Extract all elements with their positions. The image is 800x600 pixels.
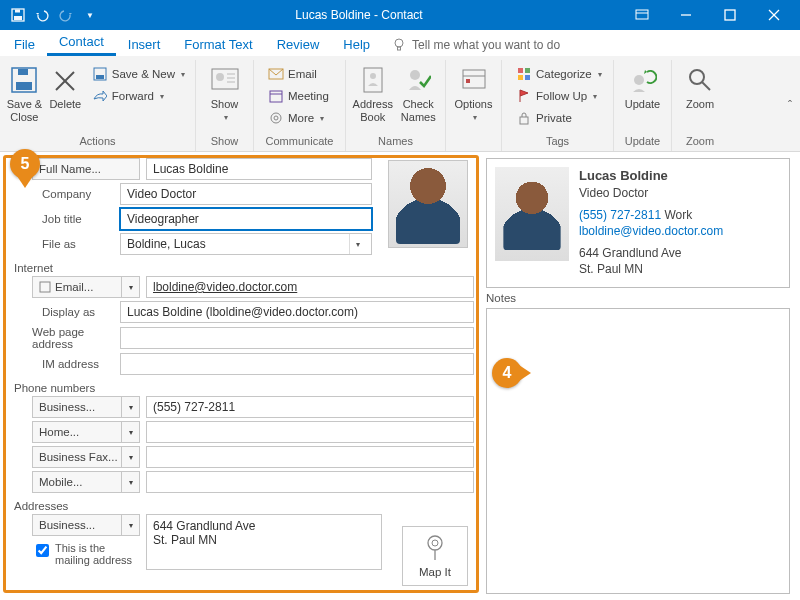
display-as-input[interactable] — [120, 301, 474, 323]
file-as-label: File as — [6, 238, 114, 250]
tab-insert[interactable]: Insert — [116, 32, 173, 56]
svg-point-39 — [634, 75, 644, 85]
contact-form: Full Name... Company Job title File as B… — [0, 152, 480, 600]
phone-home-button[interactable]: Home...▾ — [32, 421, 140, 443]
full-name-input[interactable] — [146, 158, 372, 180]
private-button[interactable]: Private — [512, 108, 606, 128]
svg-rect-2 — [15, 10, 20, 13]
collapse-ribbon-icon[interactable]: ˆ — [780, 60, 800, 151]
company-input[interactable] — [120, 183, 372, 205]
lock-icon — [516, 110, 532, 126]
tab-help[interactable]: Help — [331, 32, 382, 56]
map-it-button[interactable]: Map It — [402, 526, 468, 586]
card-email: lboldine@video.doctor.com — [579, 223, 723, 239]
card-photo — [495, 167, 569, 261]
notes-label: Notes — [486, 292, 790, 304]
address-business-button[interactable]: Business...▾ — [32, 514, 140, 536]
qat-dropdown-icon[interactable]: ▼ — [82, 7, 98, 23]
phone-business-input[interactable] — [146, 396, 474, 418]
svg-point-27 — [274, 116, 278, 120]
svg-point-9 — [395, 39, 403, 47]
tab-file[interactable]: File — [2, 32, 47, 56]
address-book-button[interactable]: Address Book — [352, 62, 394, 123]
update-icon — [627, 64, 659, 96]
address-input[interactable] — [146, 514, 382, 570]
phone-home-input[interactable] — [146, 421, 474, 443]
envelope-icon — [268, 66, 284, 82]
svg-rect-37 — [525, 75, 530, 80]
tab-contact[interactable]: Contact — [47, 29, 116, 56]
ribbon-display-icon[interactable] — [620, 0, 664, 30]
window-title: Lucas Boldine - Contact — [98, 8, 620, 22]
check-names-button[interactable]: Check Names — [398, 62, 440, 123]
tab-format-text[interactable]: Format Text — [172, 32, 264, 56]
email-button[interactable]: Email — [264, 64, 333, 84]
svg-rect-12 — [16, 82, 32, 90]
ribbon: Save & Close Delete Save & New▾ Forward▾… — [0, 56, 800, 152]
more-button[interactable]: More▾ — [264, 108, 333, 128]
phone-bfax-input[interactable] — [146, 446, 474, 468]
svg-rect-28 — [364, 68, 382, 92]
tab-review[interactable]: Review — [265, 32, 332, 56]
meeting-button[interactable]: Meeting — [264, 86, 333, 106]
svg-rect-13 — [18, 69, 28, 75]
contact-photo[interactable] — [388, 160, 468, 248]
delete-button[interactable]: Delete — [47, 62, 84, 111]
svg-rect-24 — [270, 91, 282, 102]
svg-rect-18 — [212, 69, 238, 89]
zoom-button[interactable]: Zoom — [678, 62, 722, 111]
phone-bfax-button[interactable]: Business Fax...▾ — [32, 446, 140, 468]
svg-rect-33 — [466, 79, 470, 83]
save-new-button[interactable]: Save & New▾ — [88, 64, 189, 84]
lightbulb-icon — [392, 38, 406, 52]
email-type-button[interactable]: Email...▾ — [32, 276, 140, 298]
business-card-preview: Lucas Boldine Video Doctor (555) 727-281… — [486, 158, 790, 288]
calendar-icon — [268, 88, 284, 104]
addresses-header: Addresses — [6, 496, 474, 514]
minimize-button[interactable] — [664, 0, 708, 30]
gear-icon — [268, 110, 284, 126]
save-icon[interactable] — [10, 7, 26, 23]
svg-rect-42 — [40, 282, 50, 292]
flag-icon — [516, 88, 532, 104]
svg-point-19 — [216, 73, 224, 81]
svg-line-41 — [702, 82, 710, 90]
show-button[interactable]: Show▾ — [202, 62, 247, 122]
save-close-button[interactable]: Save & Close — [6, 62, 43, 123]
svg-rect-17 — [96, 75, 104, 79]
phone-mobile-input[interactable] — [146, 471, 474, 493]
svg-rect-38 — [520, 117, 528, 124]
card-name: Lucas Boldine — [579, 167, 723, 185]
job-title-input[interactable] — [120, 208, 372, 230]
forward-icon — [92, 88, 108, 104]
forward-button[interactable]: Forward▾ — [88, 86, 189, 106]
options-button[interactable]: Options▾ — [452, 62, 495, 122]
notes-textarea[interactable] — [486, 308, 790, 594]
follow-up-button[interactable]: Follow Up▾ — [512, 86, 606, 106]
card-icon — [209, 64, 241, 96]
svg-rect-6 — [725, 10, 735, 20]
annotation-callout-5: 5 — [10, 149, 40, 179]
mailing-address-checkbox[interactable]: This is the mailing address — [6, 540, 138, 566]
web-page-input[interactable] — [120, 327, 474, 349]
menu-tabs: File Contact Insert Format Text Review H… — [0, 30, 800, 56]
phone-business-button[interactable]: Business...▾ — [32, 396, 140, 418]
tell-me-search[interactable]: Tell me what you want to do — [382, 34, 570, 56]
file-as-combo[interactable]: Boldine, Lucas▾ — [120, 233, 372, 255]
redo-icon[interactable] — [58, 7, 74, 23]
svg-point-40 — [690, 70, 704, 84]
close-button[interactable] — [752, 0, 796, 30]
maximize-button[interactable] — [708, 0, 752, 30]
undo-icon[interactable] — [34, 7, 50, 23]
im-input[interactable] — [120, 353, 474, 375]
card-icon — [39, 281, 51, 293]
options-icon — [458, 64, 490, 96]
address-book-icon — [357, 64, 389, 96]
categorize-button[interactable]: Categorize▾ — [512, 64, 606, 84]
full-name-button[interactable]: Full Name... — [32, 158, 140, 180]
svg-point-43 — [432, 540, 438, 546]
svg-rect-10 — [398, 47, 401, 50]
phone-mobile-button[interactable]: Mobile...▾ — [32, 471, 140, 493]
email-input[interactable] — [146, 276, 474, 298]
update-button[interactable]: Update — [620, 62, 665, 111]
